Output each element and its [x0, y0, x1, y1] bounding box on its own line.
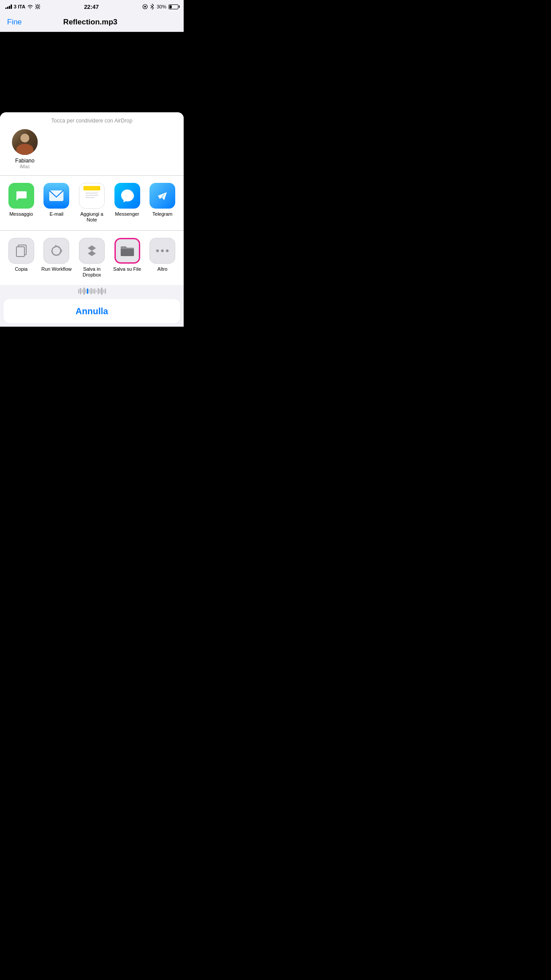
carrier-label: 3 ITA [14, 4, 25, 9]
copy-svg [15, 243, 28, 258]
app-label-notes: Aggiungi a Note [76, 211, 108, 223]
waveform-area [0, 285, 184, 296]
svg-line-5 [36, 5, 37, 6]
messenger-icon [114, 183, 140, 209]
avatar [12, 129, 38, 155]
battery-icon [169, 4, 178, 9]
app-item-messenger[interactable]: Messenger [111, 183, 143, 217]
action-label-save-files: Salva su File [113, 266, 141, 272]
airdrop-user-name: Fabiano [15, 158, 34, 164]
notes-icon [79, 183, 105, 209]
telegram-icon [150, 183, 175, 209]
app-item-mail[interactable]: E-mail [40, 183, 72, 217]
status-left: 3 ITA [5, 4, 40, 9]
action-item-dropbox[interactable]: Salva in Dropbox [76, 238, 108, 278]
app-label-mail: E-mail [50, 211, 63, 217]
action-item-run-workflow[interactable]: Run Workflow [40, 238, 72, 272]
location-icon [142, 4, 148, 9]
svg-point-0 [37, 6, 39, 8]
battery-percent: 30% [157, 4, 166, 9]
airdrop-item-fabiano[interactable]: Fabiano iMac [7, 129, 43, 169]
action-label-run-workflow: Run Workflow [41, 266, 71, 272]
avatar-image [12, 129, 38, 155]
svg-rect-18 [16, 247, 24, 257]
other-icon [150, 238, 175, 264]
signal-icon [5, 4, 12, 9]
svg-point-23 [161, 249, 164, 252]
app-item-messages[interactable]: Messaggio [5, 183, 37, 217]
other-svg [155, 248, 169, 254]
copy-icon [8, 238, 34, 264]
status-right: 30% [142, 4, 178, 10]
messages-svg [14, 189, 28, 203]
notes-svg [83, 186, 100, 205]
save-files-svg [120, 245, 135, 257]
brightness-icon [35, 4, 40, 9]
wifi-icon [27, 4, 33, 9]
nav-bar: Fine Reflection.mp3 [0, 12, 184, 32]
action-item-copy[interactable]: Copia [5, 238, 37, 272]
apps-section: Messaggio E-mail [0, 176, 184, 230]
action-item-save-files[interactable]: Salva su File [111, 238, 143, 272]
airdrop-hint: Tocca per condividere con AirDrop [7, 118, 177, 124]
avatar-person [12, 129, 38, 155]
svg-point-22 [156, 249, 159, 252]
action-label-copy: Copia [15, 266, 28, 272]
action-label-dropbox: Salva in Dropbox [76, 266, 108, 278]
action-item-other[interactable]: Altro [146, 238, 178, 272]
airdrop-user-device: iMac [20, 164, 30, 169]
bluetooth-icon [150, 4, 154, 10]
app-label-telegram: Telegram [153, 211, 173, 217]
actions-row: Copia Run Workflow [4, 238, 180, 278]
app-label-messages: Messaggio [9, 211, 33, 217]
dropbox-svg [84, 243, 99, 258]
messenger-svg [119, 188, 135, 204]
cancel-button[interactable]: Annulla [4, 299, 180, 323]
messages-icon [8, 183, 34, 209]
svg-point-24 [166, 249, 169, 252]
apps-row: Messaggio E-mail [4, 183, 180, 223]
svg-rect-21 [121, 249, 134, 256]
svg-line-8 [36, 8, 37, 9]
page-title: Reflection.mp3 [63, 18, 118, 27]
dropbox-icon [79, 238, 105, 264]
svg-point-10 [144, 6, 146, 8]
mail-icon [43, 183, 69, 209]
done-button[interactable]: Fine [7, 18, 22, 27]
save-files-icon [114, 238, 140, 264]
telegram-svg [154, 188, 170, 204]
app-label-messenger: Messenger [115, 211, 139, 217]
app-item-telegram[interactable]: Telegram [146, 183, 178, 217]
app-item-notes[interactable]: Aggiungi a Note [76, 183, 108, 223]
actions-section: Copia Run Workflow [0, 231, 184, 285]
svg-marker-20 [88, 245, 96, 251]
run-workflow-icon [43, 238, 69, 264]
action-label-other: Altro [157, 266, 168, 272]
svg-line-6 [39, 8, 40, 9]
share-sheet: Tocca per condividere con AirDrop Fabian… [0, 112, 184, 327]
mail-svg [49, 190, 64, 202]
cancel-label: Annulla [75, 306, 108, 316]
svg-line-7 [39, 5, 40, 6]
status-time: 22:47 [84, 4, 98, 10]
run-workflow-svg [49, 244, 63, 258]
airdrop-section: Tocca per condividere con AirDrop Fabian… [0, 112, 184, 176]
content-area [0, 32, 184, 115]
status-bar: 3 ITA 22:47 30% [0, 0, 184, 12]
svg-rect-12 [83, 186, 100, 190]
